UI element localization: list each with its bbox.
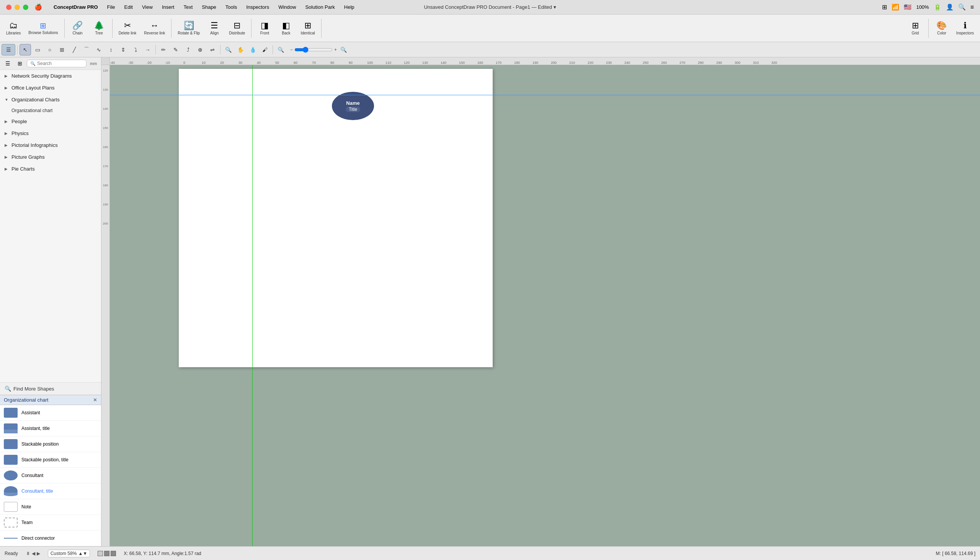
distribute-button[interactable]: ⊟ Distribute [226, 20, 248, 37]
zoom-in-button[interactable]: 🔍 [338, 44, 349, 55]
page-square-1[interactable] [98, 551, 103, 556]
paint-tool[interactable]: 🖌 [259, 44, 271, 55]
flip-tool[interactable]: ⇌ [207, 44, 218, 55]
arc-tool[interactable]: ⌒ [81, 44, 92, 55]
library-item-org-charts[interactable]: ▼ Organizational Charts [0, 94, 101, 105]
identical-icon: ⊞ [304, 22, 311, 30]
line-tool[interactable]: ╱ [69, 44, 80, 55]
find-more-shapes-button[interactable]: 🔍 Find More Shapes [0, 382, 101, 395]
freehand-tool[interactable]: ✎ [170, 44, 181, 55]
library-item-physics[interactable]: ▶ Physics [0, 127, 101, 139]
shape-item-stackable[interactable]: Stackable position [0, 437, 101, 452]
library-item-pie-charts[interactable]: ▶ Pie Charts [0, 163, 101, 175]
control-center-icon[interactable]: ≡ [970, 4, 974, 11]
close-shapes-panel-button[interactable]: ✕ [93, 397, 97, 403]
wifi-icon[interactable]: 📶 [891, 3, 899, 11]
pause-button[interactable]: ⏸ [26, 551, 30, 556]
ellipse-tool[interactable]: ○ [44, 44, 55, 55]
front-button[interactable]: ◨ Front [254, 20, 274, 37]
tree-button[interactable]: 🌲 Tree [89, 20, 109, 37]
canvas-area: -40 -30 -20 -10 0 10 20 30 40 50 60 70 8… [102, 57, 980, 546]
eyedrop-tool[interactable]: 💧 [247, 44, 258, 55]
pen-tool[interactable]: ✏ [158, 44, 169, 55]
hand-tool[interactable]: ✋ [235, 44, 246, 55]
menu-tools[interactable]: Tools [222, 3, 241, 11]
identical-button[interactable]: ⊞ Identical [298, 20, 318, 37]
sidebar-grid-view[interactable]: ⊞ [15, 59, 25, 68]
select-tool[interactable]: ↖ [20, 44, 31, 55]
menu-file[interactable]: File [104, 3, 119, 11]
chain-button[interactable]: 🔗 Chain [68, 20, 88, 37]
user-icon[interactable]: 👤 [946, 3, 953, 11]
shape-item-stackable-title[interactable]: Stackable position, title [0, 452, 101, 468]
browse-solutions-button[interactable]: ⊞ Browse Solutions [25, 20, 61, 36]
menu-help[interactable]: Help [340, 3, 358, 11]
sidebar-list-view[interactable]: ☰ [2, 59, 13, 68]
connector2-tool[interactable]: ⇕ [117, 44, 129, 55]
page-canvas[interactable]: Name Title [179, 69, 493, 367]
shape-item-team[interactable]: Team [0, 515, 101, 530]
arrow-tool[interactable]: → [142, 44, 154, 55]
search-icon[interactable]: 🔍 [958, 3, 966, 11]
shape-item-assistant-title[interactable]: Assistant, title [0, 421, 101, 437]
library-item-picture-graphs[interactable]: ▶ Picture Graphs [0, 151, 101, 163]
back-button[interactable]: ◧ Back [276, 20, 296, 37]
delete-link-button[interactable]: ✂ Delete link [115, 20, 140, 37]
library-item-people[interactable]: ▶ People [0, 115, 101, 127]
pen-icon: ✏ [161, 47, 166, 53]
maximize-button[interactable] [23, 5, 28, 10]
grid-button[interactable]: ⊞ Grid [905, 20, 925, 37]
search-input[interactable] [37, 61, 83, 66]
reverse-link-button[interactable]: ↔ Reverse link [141, 20, 168, 37]
rect-tool[interactable]: ▭ [32, 44, 43, 55]
library-item-network-security[interactable]: ▶ Network Security Diagrams [0, 70, 101, 82]
shape-item-direct-connector[interactable]: Direct connector [0, 530, 101, 546]
shape-item-note[interactable]: Note [0, 499, 101, 515]
menu-view[interactable]: View [138, 3, 157, 11]
color-button[interactable]: 🎨 Color [932, 20, 952, 37]
minimize-button[interactable] [15, 5, 20, 10]
menu-app-name[interactable]: ConceptDraw PRO [50, 3, 102, 11]
ruler-horizontal: -40 -30 -20 -10 0 10 20 30 40 50 60 70 8… [102, 57, 980, 65]
canvas-background[interactable]: Name Title [110, 65, 980, 546]
connector3-tool[interactable]: ⤵ [130, 44, 141, 55]
menu-inspectors[interactable]: Inspectors [242, 3, 273, 11]
zoom-tool[interactable]: 🔍 [222, 44, 234, 55]
bezier-tool[interactable]: ∿ [93, 44, 105, 55]
menu-insert[interactable]: Insert [158, 3, 178, 11]
ruler-tick: 0 [183, 61, 185, 65]
rotate-flip-button[interactable]: 🔄 Rotate & Flip [175, 20, 203, 37]
zoom-select[interactable]: Custom 58% ▲▼ [48, 550, 90, 557]
menu-window[interactable]: Window [274, 3, 300, 11]
prev-page-button[interactable]: ◀ [32, 551, 35, 556]
shape-item-consultant-title[interactable]: Consultant, title [0, 483, 101, 499]
align-button[interactable]: ☰ Align [204, 20, 224, 37]
menu-shape[interactable]: Shape [198, 3, 220, 11]
zoom-out-button[interactable]: 🔍 [275, 44, 286, 55]
shape-item-consultant[interactable]: Consultant [0, 468, 101, 483]
menu-edit[interactable]: Edit [120, 3, 137, 11]
shape-item-assistant[interactable]: Assistant [0, 405, 101, 421]
transform-tool[interactable]: ⊕ [194, 44, 206, 55]
mission-control-icon[interactable]: ⊞ [882, 3, 887, 11]
page-square-3[interactable] [110, 551, 116, 556]
close-button[interactable] [6, 5, 12, 10]
menu-solution-park[interactable]: Solution Park [301, 3, 338, 11]
org-chart-shape[interactable]: Name Title [332, 92, 374, 120]
page-square-2[interactable] [104, 551, 109, 556]
connector-tool[interactable]: ↕ [105, 44, 117, 55]
table-tool[interactable]: ⊞ [56, 44, 68, 55]
next-page-button[interactable]: ▶ [37, 551, 40, 556]
ruler-tick: 110 [385, 61, 391, 65]
library-sub-org-chart[interactable]: Organizational chart [0, 105, 101, 115]
path-tool[interactable]: ⤴ [182, 44, 194, 55]
inspectors-toolbar-button[interactable]: ℹ Inspectors [953, 20, 977, 37]
library-item-pictorial[interactable]: ▶ Pictorial Infographics [0, 139, 101, 151]
zoom-slider[interactable] [294, 47, 333, 53]
menu-text[interactable]: Text [179, 3, 196, 11]
library-item-office-layout[interactable]: ▶ Office Layout Plans [0, 82, 101, 94]
view-mode-button[interactable]: ☰ [2, 44, 15, 55]
libraries-button[interactable]: 🗂 Libraries [3, 20, 24, 37]
ruler-tick: 120 [404, 61, 410, 65]
connector3-icon: ⤵ [134, 47, 137, 53]
